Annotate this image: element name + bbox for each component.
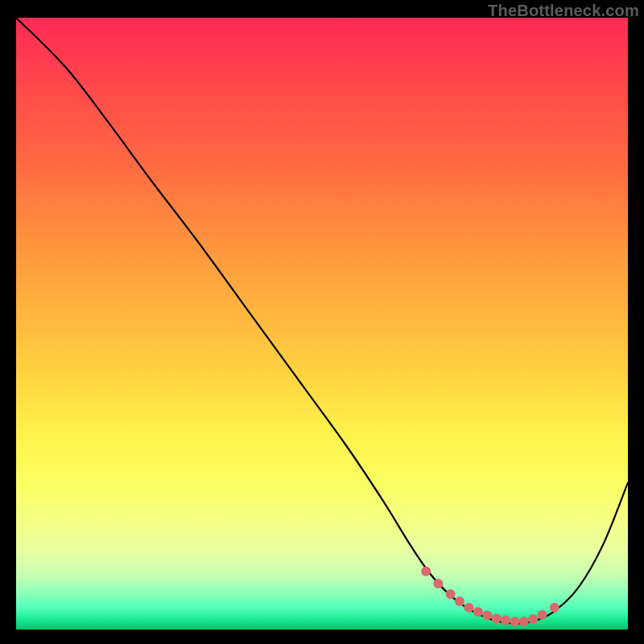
marker-point [464,603,473,613]
marker-point [550,603,559,613]
chart-container: TheBottleneck.com [0,0,644,644]
chart-svg [16,18,628,630]
marker-point [473,607,483,617]
marker-point [482,611,492,621]
marker-point [510,617,519,626]
marker-point [519,617,529,626]
marker-point [492,613,502,623]
marker-point [433,579,443,588]
marker-point [455,597,464,606]
marker-point [528,614,538,624]
marker-group [421,567,559,626]
plot-area [16,18,628,630]
marker-point [421,567,431,576]
marker-point [446,589,456,599]
bottleneck-curve [16,18,628,623]
marker-point [501,616,510,625]
watermark-text: TheBottleneck.com [488,2,639,20]
marker-point [538,610,547,620]
